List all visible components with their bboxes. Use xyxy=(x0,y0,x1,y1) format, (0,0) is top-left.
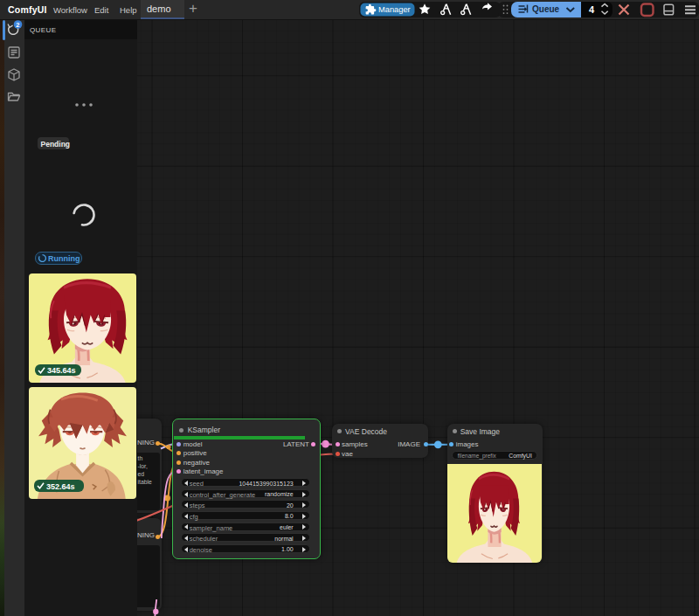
svg-text:Queue: Queue xyxy=(532,4,560,14)
svg-text:4: 4 xyxy=(589,4,595,15)
svg-text:Manager: Manager xyxy=(378,5,411,14)
svg-text:2: 2 xyxy=(16,21,19,29)
